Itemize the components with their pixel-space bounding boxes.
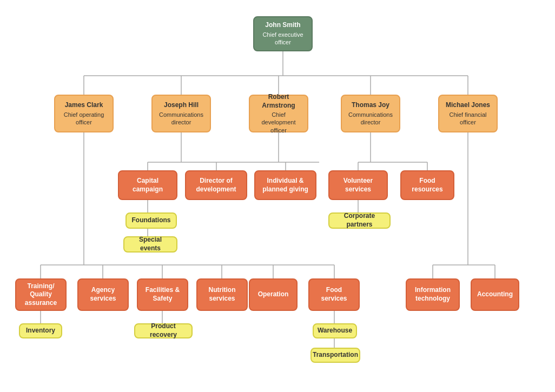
transportation-node: Transportation <box>310 348 360 363</box>
thomas-node: Thomas Joy Communications director <box>341 95 400 132</box>
director-name: Director of development <box>190 177 242 194</box>
operation-node: Operation <box>249 278 298 311</box>
foundations-name: Foundations <box>132 216 171 225</box>
michael-name: Michael Jones <box>446 101 490 110</box>
individual-node: Individual & planned giving <box>254 170 316 200</box>
food-svc-name: Food services <box>314 286 354 303</box>
training-name: Training/ Quality assurance <box>21 282 61 308</box>
accounting-name: Accounting <box>477 290 513 299</box>
food-res-node: Food resources <box>400 170 454 200</box>
corporate-name: Corporate partners <box>334 212 385 229</box>
foundations-node: Foundations <box>125 212 177 229</box>
capital-name: Capital campaign <box>123 177 172 194</box>
food-svc-node: Food services <box>308 278 360 311</box>
volunteer-node: Volunteer services <box>328 170 388 200</box>
inventory-name: Inventory <box>26 327 55 335</box>
food-res-name: Food resources <box>406 177 449 194</box>
robert-name: Robert Armstrong <box>254 93 303 110</box>
michael-title: Chief financial officer <box>444 111 492 127</box>
joseph-name: Joseph Hill <box>164 101 199 110</box>
nutrition-node: Nutrition services <box>196 278 248 311</box>
james-node: James Clark Chief operating officer <box>54 95 114 132</box>
joseph-title: Communications director <box>157 111 206 127</box>
capital-node: Capital campaign <box>118 170 177 200</box>
thomas-name: Thomas Joy <box>352 101 389 110</box>
info-tech-name: Information technology <box>411 286 454 303</box>
ceo-node: John Smith Chief executive officer <box>253 16 313 51</box>
warehouse-name: Warehouse <box>318 327 352 335</box>
ceo-title: Chief executive officer <box>259 31 307 46</box>
warehouse-node: Warehouse <box>313 323 357 338</box>
special-node: Special events <box>123 236 177 253</box>
product-node: Product recovery <box>134 323 193 338</box>
agency-name: Agency services <box>83 286 123 303</box>
ceo-name: John Smith <box>265 21 300 30</box>
joseph-node: Joseph Hill Communications director <box>151 95 211 132</box>
inventory-node: Inventory <box>19 323 62 338</box>
agency-node: Agency services <box>77 278 129 311</box>
info-tech-node: Information technology <box>406 278 460 311</box>
nutrition-name: Nutrition services <box>202 286 242 303</box>
facilities-name: Facilities & Safety <box>142 286 183 303</box>
corporate-node: Corporate partners <box>328 212 391 229</box>
robert-title: Chief development officer <box>254 111 303 134</box>
director-node: Director of development <box>185 170 247 200</box>
thomas-title: Communications director <box>346 111 395 127</box>
training-node: Training/ Quality assurance <box>15 278 67 311</box>
operation-name: Operation <box>258 290 289 299</box>
individual-name: Individual & planned giving <box>260 177 311 194</box>
michael-node: Michael Jones Chief financial officer <box>438 95 498 132</box>
transportation-name: Transportation <box>313 351 358 360</box>
special-name: Special events <box>129 236 172 253</box>
accounting-node: Accounting <box>471 278 519 311</box>
james-title: Chief operating officer <box>60 111 108 127</box>
robert-node: Robert Armstrong Chief development offic… <box>249 95 308 132</box>
facilities-node: Facilities & Safety <box>137 278 188 311</box>
james-name: James Clark <box>65 101 103 110</box>
volunteer-name: Volunteer services <box>334 177 382 194</box>
product-name: Product recovery <box>140 322 187 339</box>
org-chart: John Smith Chief executive officer James… <box>0 0 555 392</box>
